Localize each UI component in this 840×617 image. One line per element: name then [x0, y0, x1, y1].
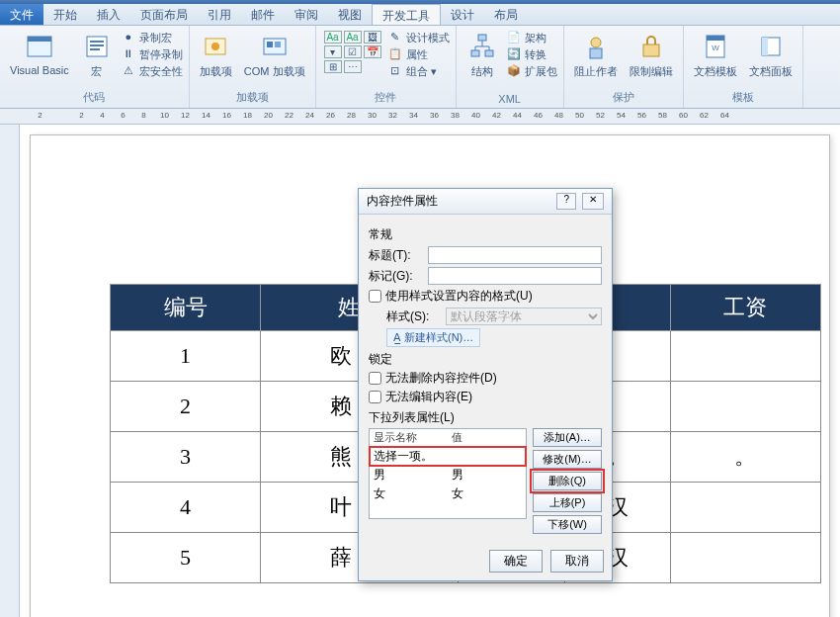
doc-panel-button[interactable]: 文档面板	[745, 29, 797, 81]
help-button[interactable]: ?	[556, 193, 576, 210]
table-cell[interactable]	[670, 331, 820, 382]
no-edit-checkbox[interactable]	[369, 391, 381, 403]
controls-gallery[interactable]: Aa Aa 🖼 ▾ ☑ 📅 ⊞ ⋯	[322, 29, 383, 75]
table-cell[interactable]	[670, 533, 820, 583]
svg-text:W: W	[712, 44, 719, 52]
tab-view[interactable]: 视图	[328, 4, 372, 25]
table-cell[interactable]	[670, 382, 820, 432]
table-cell[interactable]: 3	[111, 432, 261, 483]
style-select[interactable]: 默认段落字体	[446, 308, 602, 325]
svg-rect-10	[275, 42, 281, 47]
tag-label: 标记(G):	[369, 268, 422, 285]
group-button[interactable]: ⊡ 组合 ▾	[387, 64, 437, 80]
svg-rect-16	[643, 44, 659, 56]
macro-button[interactable]: 宏	[77, 29, 117, 81]
design-mode-button[interactable]: ✎ 设计模式	[387, 31, 450, 46]
ok-button[interactable]: 确定	[489, 550, 543, 573]
list-header-val: 值	[448, 429, 526, 446]
table-cell[interactable]: 4	[111, 483, 261, 533]
plaintext-control-icon[interactable]: Aa	[344, 31, 362, 44]
no-delete-checkbox[interactable]	[369, 372, 381, 385]
table-header[interactable]: 工资	[670, 285, 820, 331]
record-macro-button[interactable]: ● 录制宏	[121, 31, 172, 46]
combobox-control-icon[interactable]: ▾	[324, 45, 342, 58]
ribbon-group-template: W 文档模板 文档面板 模板	[684, 26, 803, 108]
dropdown-control-icon[interactable]: ☑	[344, 45, 362, 58]
svg-rect-4	[90, 44, 104, 46]
list-header-name: 显示名称	[370, 429, 448, 446]
tab-home[interactable]: 开始	[43, 4, 87, 25]
svg-rect-13	[485, 50, 493, 56]
list-item[interactable]: 女女	[370, 485, 526, 503]
vb-button[interactable]: Visual Basic	[6, 29, 73, 78]
cancel-button[interactable]: 取消	[550, 550, 604, 573]
structure-button[interactable]: 结构	[462, 29, 502, 81]
date-control-icon[interactable]: 📅	[364, 45, 381, 58]
svg-point-14	[591, 38, 601, 47]
table-cell[interactable]: 2	[111, 382, 261, 432]
table-header[interactable]: 编号	[111, 285, 261, 331]
tab-design[interactable]: 设计	[441, 4, 484, 25]
horizontal-ruler[interactable]: 2246810121416182022242628303234363840424…	[0, 109, 840, 125]
table-cell[interactable]: 1	[111, 331, 261, 382]
pause-record-button[interactable]: ⏸ 暂停录制	[121, 47, 183, 63]
template-icon: W	[700, 31, 731, 62]
group-label-xml: XML	[462, 91, 557, 105]
dropdown-listbox[interactable]: 显示名称值 选择一项。 男男 女女	[369, 428, 527, 519]
move-down-button[interactable]: 下移(W)	[533, 515, 602, 534]
addin-icon	[200, 31, 231, 62]
picture-control-icon[interactable]: 🖼	[364, 31, 381, 44]
group-label-addins: 加载项	[196, 88, 309, 105]
modify-button[interactable]: 修改(M)…	[533, 450, 602, 469]
tab-table-layout[interactable]: 布局	[484, 4, 528, 25]
tab-layout[interactable]: 页面布局	[130, 4, 198, 25]
com-addin-button[interactable]: COM 加载项	[240, 29, 309, 81]
delete-button[interactable]: 删除(Q)	[533, 472, 602, 490]
properties-button[interactable]: 📋 属性	[387, 47, 428, 63]
expand-icon: 📦	[506, 64, 522, 80]
tab-developer[interactable]: 开发工具	[372, 4, 441, 25]
list-item[interactable]: 选择一项。	[370, 447, 526, 466]
tab-references[interactable]: 引用	[198, 4, 241, 25]
restrict-edit-button[interactable]: 限制编辑	[626, 29, 677, 81]
expand-button[interactable]: 📦 扩展包	[506, 64, 557, 80]
doc-template-button[interactable]: W 文档模板	[690, 29, 741, 81]
add-button[interactable]: 添加(A)…	[533, 428, 602, 447]
ribbon-group-xml: 结构 📄 架构 🔄 转换 📦 扩展包 XML	[457, 26, 564, 108]
com-icon	[259, 31, 291, 62]
dialog-titlebar[interactable]: 内容控件属性 ? ✕	[359, 189, 612, 215]
block-authors-button[interactable]: 阻止作者	[570, 29, 622, 81]
addin-button[interactable]: 加载项	[196, 29, 236, 81]
title-label: 标题(T):	[369, 247, 422, 264]
group-label-protect: 保护	[570, 88, 677, 105]
svg-rect-18	[707, 36, 724, 41]
close-button[interactable]: ✕	[582, 193, 604, 210]
svg-rect-15	[590, 48, 602, 58]
table-cell[interactable]	[670, 483, 820, 533]
section-lock: 锁定	[369, 351, 602, 368]
ribbon-group-addins: 加载项 COM 加载项 加载项	[190, 26, 316, 108]
vertical-ruler[interactable]	[0, 125, 20, 617]
panel-icon	[755, 31, 787, 62]
tag-input[interactable]	[428, 267, 602, 285]
legacy-control-icon[interactable]: ⊞	[324, 60, 342, 73]
use-style-checkbox[interactable]	[369, 290, 381, 303]
transform-button[interactable]: 🔄 转换	[506, 47, 546, 63]
new-style-button[interactable]: A̲新建样式(N)…	[386, 328, 480, 347]
title-input[interactable]	[428, 246, 602, 264]
svg-rect-21	[762, 38, 768, 55]
list-item[interactable]: 男男	[370, 466, 526, 485]
schema-button[interactable]: 📄 架构	[506, 31, 546, 46]
tab-review[interactable]: 审阅	[285, 4, 328, 25]
table-cell[interactable]: 5	[111, 533, 261, 583]
tab-file[interactable]: 文件	[0, 4, 43, 25]
tab-insert[interactable]: 插入	[87, 4, 130, 25]
tab-mail[interactable]: 邮件	[241, 4, 285, 25]
move-up-button[interactable]: 上移(P)	[533, 493, 602, 512]
more-control-icon[interactable]: ⋯	[344, 60, 362, 73]
macro-security-button[interactable]: ⚠ 宏安全性	[121, 64, 183, 80]
richtext-control-icon[interactable]: Aa	[324, 31, 342, 44]
table-cell[interactable]: 。	[670, 432, 820, 483]
structure-icon	[466, 31, 498, 62]
ribbon-group-protect: 阻止作者 限制编辑 保护	[564, 26, 684, 108]
